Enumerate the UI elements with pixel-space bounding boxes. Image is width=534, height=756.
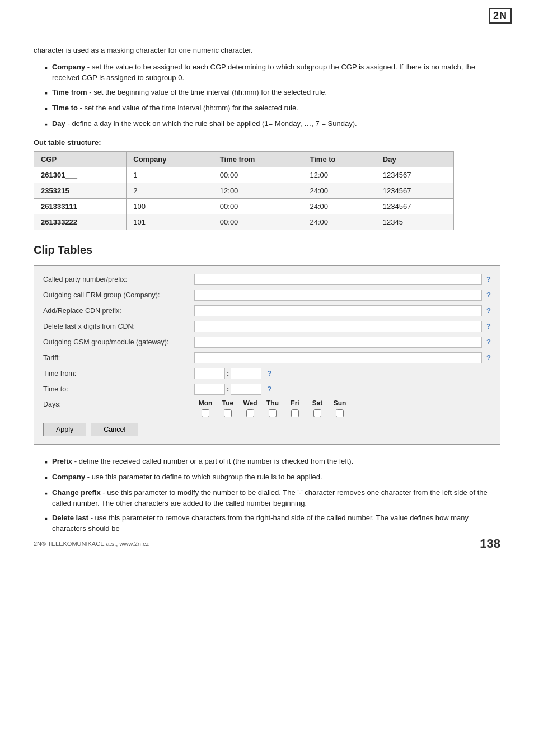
label-tariff: Tariff: <box>43 354 194 362</box>
cell-time-to: 12:00 <box>303 167 376 183</box>
cell-day: 12345 <box>376 214 453 230</box>
bullet-change-prefix: Change prefix - use this parameter to mo… <box>45 487 500 509</box>
col-cgp: CGP <box>34 151 127 167</box>
footer-page-number: 138 <box>480 536 500 551</box>
cell-time-to: 24:00 <box>303 198 376 214</box>
page-footer: 2N® TELEKOMUNIKACE a.s., www.2n.cz 138 <box>34 533 500 551</box>
cell-cgp: 261333222 <box>34 214 127 230</box>
cell-company: 100 <box>127 198 213 214</box>
input-called-party[interactable] <box>194 274 482 285</box>
cell-time-from: 00:00 <box>213 167 303 183</box>
checkbox-sun[interactable] <box>336 409 344 417</box>
checkbox-sat[interactable] <box>313 409 321 417</box>
day-header-tue: Tue <box>217 399 239 407</box>
bullet-time-to: Time to - set the end value of the time … <box>45 102 500 115</box>
bullet-prefix: Prefix - define the received called numb… <box>45 456 500 468</box>
apply-button[interactable]: Apply <box>43 423 86 436</box>
day-check-tue[interactable] <box>217 409 239 417</box>
input-delete-digits[interactable] <box>194 321 482 332</box>
day-check-sun[interactable] <box>329 409 351 417</box>
label-cdn-prefix: Add/Replace CDN prefix: <box>43 307 194 315</box>
help-icon-delete-digits: ? <box>486 322 491 330</box>
bullet-day: Day - define a day in the week on which … <box>45 118 500 130</box>
bullet-delete-last: Delete last - use this parameter to remo… <box>45 512 500 534</box>
field-row-erm-group: Outgoing call ERM group (Company): ? <box>43 290 491 301</box>
checkbox-tue[interactable] <box>224 409 232 417</box>
form-button-row: Apply Cancel <box>43 423 491 436</box>
col-day: Day <box>376 151 453 167</box>
day-header-mon: Mon <box>194 399 217 407</box>
help-icon-erm-group: ? <box>486 291 491 299</box>
field-row-delete-digits: Delete last x digits from CDN: ? <box>43 321 491 332</box>
day-check-sat[interactable] <box>306 409 329 417</box>
help-icon-gsm-group: ? <box>486 338 491 346</box>
label-gsm-group: Outgoing GSM group/module (gateway): <box>43 338 194 346</box>
table-row: 2353215__ 2 12:00 24:00 1234567 <box>34 183 454 198</box>
cell-company: 101 <box>127 214 213 230</box>
day-check-thu[interactable] <box>261 409 284 417</box>
cancel-button[interactable]: Cancel <box>91 423 138 436</box>
label-delete-digits: Delete last x digits from CDN: <box>43 323 194 330</box>
cell-time-from: 12:00 <box>213 183 303 198</box>
out-table: CGP Company Time from Time to Day 261301… <box>34 151 454 230</box>
day-check-wed[interactable] <box>239 409 261 417</box>
field-row-time-from: Time from: : ? <box>43 368 491 379</box>
input-tariff[interactable] <box>194 352 482 363</box>
day-check-mon[interactable] <box>194 409 217 417</box>
time-to-inputs: : ? <box>194 384 271 395</box>
days-grid: Mon Tue Wed Thu Fri Sat Sun <box>194 399 351 417</box>
time-separator-from: : <box>227 369 229 377</box>
input-time-from-hh[interactable] <box>194 368 225 379</box>
table-row: 261301___ 1 00:00 12:00 1234567 <box>34 167 454 183</box>
cell-time-to: 24:00 <box>303 183 376 198</box>
input-time-from-mm[interactable] <box>231 368 261 379</box>
label-time-from: Time from: <box>43 370 194 377</box>
intro-text: character is used as a masking character… <box>34 45 500 56</box>
bottom-bullet-list: Prefix - define the received called numb… <box>34 456 500 534</box>
field-row-time-to: Time to: : ? <box>43 384 491 395</box>
cell-time-from: 00:00 <box>213 214 303 230</box>
checkbox-wed[interactable] <box>246 409 254 417</box>
col-time-from: Time from <box>213 151 303 167</box>
field-row-cdn-prefix: Add/Replace CDN prefix: ? <box>43 305 491 316</box>
logo: 2N <box>489 8 512 24</box>
field-row-called-party: Called party number/prefix: ? <box>43 274 491 285</box>
label-called-party: Called party number/prefix: <box>43 276 194 283</box>
cell-cgp: 261333111 <box>34 198 127 214</box>
cell-day: 1234567 <box>376 183 453 198</box>
label-erm-group: Outgoing call ERM group (Company): <box>43 291 194 299</box>
label-time-to: Time to: <box>43 385 194 393</box>
input-time-to-mm[interactable] <box>231 384 261 395</box>
top-bullet-list: Company - set the value to be assigned t… <box>34 62 500 130</box>
cell-cgp: 261301___ <box>34 167 127 183</box>
input-gsm-group[interactable] <box>194 337 482 348</box>
input-cdn-prefix[interactable] <box>194 305 482 316</box>
days-checkboxes <box>194 409 351 417</box>
bullet-company: Company - set the value to be assigned t… <box>45 62 500 83</box>
cell-company: 2 <box>127 183 213 198</box>
field-row-gsm-group: Outgoing GSM group/module (gateway): ? <box>43 337 491 348</box>
help-icon-called-party: ? <box>486 275 491 283</box>
day-header-sat: Sat <box>306 399 329 407</box>
time-separator-to: : <box>227 385 229 393</box>
checkbox-mon[interactable] <box>202 409 209 417</box>
input-erm-group[interactable] <box>194 290 482 301</box>
cell-day: 1234567 <box>376 167 453 183</box>
help-icon-cdn-prefix: ? <box>486 306 491 315</box>
cell-time-from: 00:00 <box>213 198 303 214</box>
checkbox-fri[interactable] <box>291 409 299 417</box>
day-check-fri[interactable] <box>284 409 306 417</box>
clip-tables-title: Clip Tables <box>34 244 500 256</box>
checkbox-thu[interactable] <box>269 409 277 417</box>
day-header-fri: Fri <box>284 399 306 407</box>
days-headers: Mon Tue Wed Thu Fri Sat Sun <box>194 399 351 407</box>
label-days: Days: <box>43 399 194 408</box>
out-table-title: Out table structure: <box>34 138 500 147</box>
day-header-thu: Thu <box>261 399 284 407</box>
day-header-sun: Sun <box>329 399 351 407</box>
table-row: 261333111 100 00:00 24:00 1234567 <box>34 198 454 214</box>
cell-time-to: 24:00 <box>303 214 376 230</box>
bullet-time-from: Time from - set the beginning value of t… <box>45 87 500 99</box>
input-time-to-hh[interactable] <box>194 384 225 395</box>
clip-tables-form: Called party number/prefix: ? Outgoing c… <box>34 265 500 445</box>
